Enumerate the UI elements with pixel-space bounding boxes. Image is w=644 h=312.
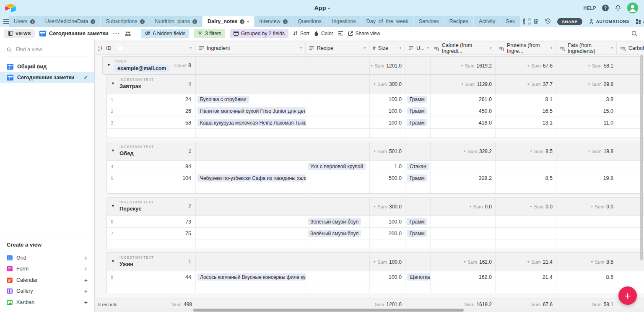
cell-id[interactable]: 673: [107, 216, 196, 227]
cell-calorie[interactable]: 418.0: [431, 117, 496, 128]
create-kanban-view[interactable]: Kanban +: [7, 297, 88, 308]
group-sum-proteins[interactable]: ▾Sum0.0: [496, 198, 556, 216]
cell-recipe[interactable]: Зелёный смузи-боул: [306, 216, 370, 227]
cell-fats[interactable]: 8.5: [556, 271, 617, 283]
cell-size[interactable]: 100.0: [370, 105, 405, 117]
tab-interview[interactable]: Interviewi: [254, 16, 293, 27]
cell-fats[interactable]: [556, 228, 617, 239]
add-row-area[interactable]: [107, 239, 644, 249]
group-sum-proteins[interactable]: ▾Sum8.5: [496, 142, 556, 160]
cell-id[interactable]: 775: [107, 228, 196, 239]
column-header-recipe[interactable]: Recipe ▾: [306, 42, 369, 54]
cell-size[interactable]: 100.0: [370, 271, 405, 283]
group-title-cell[interactable]: ▼ INGESTION TEXT Перекус 2: [107, 198, 196, 216]
trash-icon[interactable]: [533, 18, 538, 24]
plus-icon[interactable]: +: [84, 277, 88, 283]
tab-recipes[interactable]: Recipes: [444, 16, 473, 27]
sidebar-view-segodnyashnie-zametki[interactable]: Сегодняшние заметки ✓: [0, 72, 94, 83]
cell-ingredient[interactable]: Каша кукуруза молочная Heinz Лакомая Тык…: [196, 117, 306, 128]
create-grid-view[interactable]: Grid +: [7, 252, 88, 264]
cell-unit[interactable]: Щепотка: [405, 271, 431, 283]
group-sum-fats[interactable]: ▾Sum29.8: [556, 75, 617, 93]
cell-unit[interactable]: Стакан: [405, 161, 431, 172]
group-sum-calorie[interactable]: ▾Sum1129.0: [431, 75, 496, 93]
cell-id[interactable]: 226: [107, 105, 196, 117]
user-avatar[interactable]: [627, 3, 638, 13]
group-sum-calorie[interactable]: ▾Sum162.0: [431, 253, 496, 271]
group-sum-proteins[interactable]: ▾Sum37.7: [496, 75, 556, 93]
add-table-button[interactable]: +: [528, 18, 531, 25]
cell-calorie[interactable]: [431, 216, 496, 227]
cell-fats[interactable]: [556, 161, 617, 172]
cell-recipe[interactable]: Зелёный смузи-боул: [306, 228, 370, 239]
cell-size[interactable]: 200.0: [370, 228, 405, 239]
share-view-button[interactable]: Share view: [348, 31, 380, 36]
cell-fats[interactable]: 19.8: [556, 172, 617, 184]
hidden-fields-button[interactable]: 6 hidden fields: [141, 29, 189, 38]
cell-size[interactable]: 500.0: [370, 172, 405, 184]
cell-proteins[interactable]: 16.5: [496, 105, 556, 117]
tab-subscriptions[interactable]: Subscriptionsi: [101, 16, 149, 27]
table-row[interactable]: 226 Напиток молочный сухой Friso Junior …: [107, 105, 644, 117]
cell-proteins[interactable]: [496, 216, 556, 227]
help-button[interactable]: HELP: [584, 5, 596, 10]
cell-recipe[interactable]: [306, 105, 370, 117]
cell-proteins[interactable]: 13.1: [496, 117, 556, 128]
tab-day-of-the-week[interactable]: Day_of_the_week: [361, 16, 413, 27]
horizontal-scrollbar[interactable]: [193, 309, 464, 312]
column-header-fats[interactable]: Fats (from Ingredients) ▾: [556, 42, 617, 54]
help-question-icon[interactable]: ?: [602, 5, 609, 11]
plus-icon[interactable]: +: [84, 288, 88, 294]
group-sum-size[interactable]: ▾Sum1201.0: [370, 57, 405, 75]
tab-questions[interactable]: Questions: [293, 16, 327, 27]
collapse-triangle-icon[interactable]: ▼: [111, 81, 115, 86]
history-icon[interactable]: [545, 18, 551, 24]
cell-size[interactable]: 1.0: [370, 161, 405, 172]
add-row-area[interactable]: [107, 129, 644, 138]
cell-recipe[interactable]: [306, 94, 370, 105]
create-calendar-view[interactable]: Calendar +: [7, 275, 88, 286]
tab-ingestions[interactable]: Ingestions: [327, 16, 361, 27]
cell-proteins[interactable]: [496, 228, 556, 239]
group-sum-calorie[interactable]: ▾Sum0.0: [431, 198, 496, 216]
table-row[interactable]: 844 Лосось копченый Вкусные консервы фил…: [107, 271, 644, 283]
collapse-triangle-icon[interactable]: ▼: [111, 204, 115, 208]
group-sum-size[interactable]: ▾Sum300.0: [370, 198, 405, 216]
cell-recipe[interactable]: [306, 172, 370, 184]
color-button[interactable]: Color: [314, 31, 333, 36]
cell-carbohydrates[interactable]: [617, 271, 644, 283]
tab-activity[interactable]: Activity: [474, 16, 501, 27]
base-title[interactable]: App ▾: [314, 5, 330, 11]
table-row[interactable]: 484 Уха с перловой крупой 1.0 Стакан: [107, 161, 644, 172]
group-title-cell[interactable]: ▼ INGESTION TEXT Ужин 1: [107, 253, 196, 271]
cell-id[interactable]: 124: [107, 94, 196, 105]
cell-ingredient[interactable]: [196, 216, 306, 227]
cell-calorie[interactable]: [431, 161, 496, 172]
collaborators-icon[interactable]: [125, 31, 131, 36]
cell-fats[interactable]: [556, 216, 617, 227]
tab-users[interactable]: Usersi: [9, 16, 40, 27]
row-height-button[interactable]: [338, 31, 343, 36]
group-sum-fats[interactable]: ▾Sum19.8: [556, 142, 617, 160]
sidebar-view-obschiy-vid[interactable]: Общий вид: [0, 61, 94, 72]
plus-icon[interactable]: +: [84, 265, 88, 272]
cell-calorie[interactable]: 261.0: [431, 94, 496, 105]
apps-button[interactable]: APPS: [636, 19, 644, 24]
cell-unit[interactable]: Грамм: [405, 216, 431, 227]
airtable-logo-icon[interactable]: [5, 3, 16, 13]
cell-calorie[interactable]: [431, 228, 496, 239]
notifications-bell-icon[interactable]: [615, 5, 621, 11]
cell-unit[interactable]: Грамм: [405, 172, 431, 184]
cell-unit[interactable]: Грамм: [405, 228, 431, 239]
column-header-size[interactable]: # Size ▾: [369, 42, 405, 54]
tab-sex[interactable]: Sex: [501, 16, 520, 27]
add-row-area[interactable]: [107, 283, 644, 293]
column-header-proteins[interactable]: Proteins (from Ingre... ▾: [495, 42, 556, 54]
group-button[interactable]: Grouped by 2 fields: [230, 29, 288, 38]
cell-ingredient[interactable]: [196, 228, 306, 239]
plus-icon[interactable]: +: [84, 255, 88, 261]
tab-services[interactable]: Services: [414, 16, 444, 27]
group-sum-fats[interactable]: ▾Sum8.5: [556, 253, 617, 271]
user-group-title-cell[interactable]: ▼ USER example@mail.com Count8: [103, 57, 196, 75]
group-sum-proteins[interactable]: ▾Sum21.4: [496, 253, 556, 271]
